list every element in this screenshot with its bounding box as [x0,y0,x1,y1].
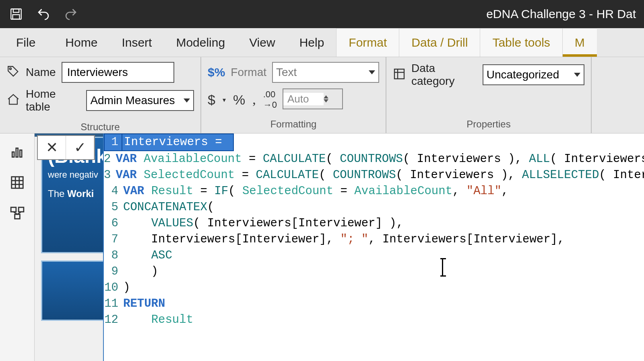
code-text[interactable]: VAR Result = IF( SelectedCount = Availab… [122,183,508,199]
dax-line[interactable]: 4VAR Result = IF( SelectedCount = Availa… [104,183,644,199]
code-text[interactable]: ) [122,280,130,296]
code-text[interactable]: Result [122,312,193,328]
commit-formula-icon[interactable]: ✓ [66,136,94,159]
home-table-label: Home table [26,88,80,113]
line-number: 10 [104,280,122,296]
chevron-down-icon[interactable]: ▾ [223,96,226,104]
svg-point-3 [10,68,11,70]
window-title: eDNA Challenge 3 - HR Dat [79,7,636,21]
formula-toolbar: ✕ ✓ [37,135,95,160]
undo-icon[interactable] [35,6,52,22]
tag-icon [6,65,20,80]
chevron-down-icon [574,73,580,77]
save-icon[interactable] [8,6,24,22]
line-number: 3 [104,167,114,183]
code-text[interactable]: VALUES( Interviewers[Interviewer] ), [122,215,403,232]
code-text[interactable]: ) [122,264,158,280]
menu-home[interactable]: Home [53,28,109,57]
decimal-places-spinner[interactable] [283,88,343,109]
dax-line[interactable]: 5CONCATENATEX( [104,199,644,215]
menu-modeling[interactable]: Modeling [164,28,237,57]
percent-icon[interactable]: % [233,92,245,108]
menu-insert[interactable]: Insert [109,28,164,57]
code-text[interactable]: VAR AvailableCount = CALCULATE( COUNTROW… [114,151,644,167]
line-number: 4 [104,183,122,199]
home-icon [6,93,20,108]
code-text[interactable]: Interviewers = [122,133,234,151]
cancel-formula-icon[interactable]: ✕ [38,136,66,159]
format-icon: $% [208,66,225,79]
line-number: 11 [104,296,122,312]
svg-rect-2 [13,14,20,19]
chevron-down-icon [369,70,375,74]
dax-line[interactable]: 2VAR AvailableCount = CALCULATE( COUNTRO… [104,151,644,167]
svg-rect-1 [13,9,19,12]
dax-line[interactable]: 8 ASC [104,248,644,264]
dax-line[interactable]: 7 Interviewers[Interviewer], "; ", Inter… [104,232,644,248]
menu-data-drill[interactable]: Data / Drill [399,28,480,57]
card-line-2: The Worki [48,188,103,199]
dax-line[interactable]: 10) [104,280,644,296]
dax-line[interactable]: 9 ) [104,264,644,280]
svg-rect-7 [12,152,14,157]
model-view-icon[interactable] [8,204,26,222]
card-visual-2[interactable] [41,260,109,321]
dax-line[interactable]: 11RETURN [104,296,644,312]
line-number: 12 [104,312,122,328]
code-text[interactable]: RETURN [122,296,165,312]
svg-rect-8 [16,148,18,157]
code-text[interactable]: ASC [122,248,172,264]
visual-card-stack: (Blank) were negativ The Worki [41,137,109,328]
decimal-icon[interactable]: .00→0 [263,89,277,110]
menu-file[interactable]: File [0,28,53,57]
svg-rect-15 [11,207,16,212]
dax-line[interactable]: 12 Result [104,312,644,328]
dax-editor[interactable]: 1Interviewers = 2VAR AvailableCount = CA… [103,133,644,361]
line-number: 7 [104,232,122,248]
home-table-value: Admin Measures [90,94,175,107]
menu-view[interactable]: View [237,28,287,57]
measure-name-input[interactable] [62,62,174,83]
thousands-icon[interactable]: , [252,92,256,107]
code-text[interactable]: VAR SelectedCount = CALCULATE( COUNTROWS… [114,167,644,183]
currency-icon[interactable]: $ [208,92,215,108]
decimal-value[interactable] [283,93,324,105]
dax-line[interactable]: 3VAR SelectedCount = CALCULATE( COUNTROW… [104,167,644,183]
svg-rect-9 [20,150,22,157]
line-number: 6 [104,215,122,232]
format-label: Format [231,66,266,79]
format-select[interactable]: Text [272,62,379,83]
data-category-value: Uncategorized [487,68,559,81]
group-formatting-label: Formatting [208,115,379,133]
line-number: 8 [104,248,122,264]
group-properties-label: Properties [393,115,584,133]
report-view-icon[interactable] [8,143,26,161]
name-label: Name [26,66,56,79]
line-number: 2 [104,151,114,167]
menu-help[interactable]: Help [287,28,336,57]
dax-line[interactable]: 6 VALUES( Interviewers[Interviewer] ), [104,215,644,232]
view-rail [0,133,35,361]
svg-rect-16 [19,207,24,212]
data-category-label: Data category [411,62,477,88]
report-canvas: ✕ ✓ (Blank) were negativ The Worki 1Inte… [35,133,644,361]
data-category-select[interactable]: Uncategorized [483,64,584,85]
chevron-down-icon [184,98,190,103]
home-table-select[interactable]: Admin Measures [86,90,194,111]
line-number: 1 [104,133,122,151]
menu-bar: File Home Insert Modeling View Help Form… [0,28,644,57]
menu-table-tools[interactable]: Table tools [480,28,562,57]
data-view-icon[interactable] [8,174,26,191]
code-text[interactable]: Interviewers[Interviewer], "; ", Intervi… [122,232,564,248]
format-value: Text [276,66,297,79]
redo-icon[interactable] [63,6,79,22]
dax-line[interactable]: 1Interviewers = [104,133,644,151]
text-cursor [442,258,443,277]
line-number: 5 [104,199,122,215]
line-number: 9 [104,264,122,280]
menu-format[interactable]: Format [336,28,399,57]
code-text[interactable]: CONCATENATEX( [122,199,214,215]
menu-measure-tools[interactable]: M [562,28,597,57]
svg-rect-4 [394,69,404,79]
category-icon [393,68,406,82]
